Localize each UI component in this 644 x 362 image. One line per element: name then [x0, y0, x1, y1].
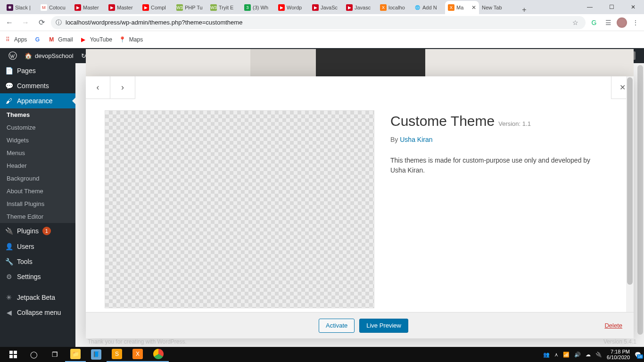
browser-tab[interactable]: ▶Master [106, 1, 140, 14]
bookmark-google[interactable]: G [33, 36, 41, 43]
theme-title: Custome ThemeVersion: 1.1 [390, 113, 606, 129]
delete-theme-link[interactable]: Delete [604, 322, 622, 329]
browser-tab[interactable]: 3(3) Wh [241, 1, 275, 14]
svg-rect-1 [9, 351, 13, 354]
browser-tab[interactable]: MCotocu [38, 1, 72, 14]
taskbar-app-explorer[interactable]: 📁 [65, 347, 86, 362]
power-icon[interactable]: 🔌 [595, 352, 602, 358]
browser-tab[interactable]: ▶Javasc [343, 1, 377, 14]
taskbar-clock[interactable]: 7:18 PM 6/10/2020 [607, 349, 630, 360]
sidebar-item-users[interactable]: 👤Users [0, 239, 75, 254]
extension-grammarly-icon[interactable]: G [588, 17, 600, 28]
collapse-menu-button[interactable]: ◀Collapse menu [0, 305, 75, 320]
bookmark-star-icon[interactable]: ☆ [570, 17, 581, 28]
browser-tab[interactable]: W3Tryit E [207, 1, 241, 14]
onedrive-icon[interactable]: ☁ [586, 352, 591, 358]
submenu-item-install-plugins[interactable]: Install Plugins [0, 197, 75, 210]
svg-rect-4 [14, 355, 17, 358]
windows-icon [9, 351, 17, 358]
profile-avatar[interactable] [617, 17, 627, 28]
site-name-menu[interactable]: 🏠devopSschool [21, 48, 77, 63]
submenu-item-background[interactable]: Background [0, 172, 75, 185]
window-minimize-button[interactable]: — [579, 0, 601, 14]
svg-rect-2 [14, 351, 17, 354]
window-maximize-button[interactable]: ☐ [601, 0, 622, 14]
sidebar-item-plugins[interactable]: 🔌Plugins 1 [0, 223, 75, 239]
browser-tab[interactable]: ▶Wordp [275, 1, 309, 14]
people-icon[interactable]: 👥 [543, 352, 550, 358]
start-button[interactable] [3, 347, 24, 362]
activate-button[interactable]: Activate [319, 319, 355, 333]
bookmark-youtube[interactable]: ▶YouTube [80, 36, 112, 43]
tab-favicon: W3 [176, 4, 183, 11]
taskbar-app-chrome[interactable] [148, 347, 169, 362]
browser-tab[interactable]: ▶Master [72, 1, 106, 14]
submenu-item-widgets[interactable]: Widgets [0, 134, 75, 147]
reading-list-icon[interactable]: ☰ [603, 17, 614, 28]
live-preview-button[interactable]: Live Preview [359, 319, 408, 333]
scrollbar-thumb[interactable] [627, 77, 633, 285]
wp-content-area: ‹ › ✕ Custome ThemeVersion: 1.1 By Usha … [75, 63, 644, 347]
volume-icon[interactable]: 🔊 [574, 352, 581, 358]
page-scrollbar[interactable] [636, 63, 644, 347]
modal-scrollbar[interactable] [626, 76, 634, 312]
bookmark-apps[interactable]: ⠿Apps [4, 36, 27, 43]
back-button[interactable]: ← [3, 16, 16, 29]
tab-title: Javasc [355, 5, 371, 10]
previous-theme-button[interactable]: ‹ [86, 76, 110, 99]
browser-tab[interactable]: ▶JavaSc [309, 1, 343, 14]
sidebar-item-jetpack[interactable]: ✳Jetpack Beta [0, 290, 75, 305]
chrome-menu-button[interactable]: ⋮ [630, 17, 641, 28]
wifi-icon[interactable]: 📶 [563, 352, 570, 358]
menu-label: Jetpack Beta [17, 294, 55, 301]
browser-tab[interactable]: Xlocalho [377, 1, 411, 14]
scrollbar-thumb[interactable] [637, 65, 643, 335]
browser-tab[interactable]: ▶Compl [140, 1, 173, 14]
submenu-item-menus[interactable]: Menus [0, 147, 75, 159]
tray-chevron-icon[interactable]: ⋏ [554, 352, 558, 358]
sidebar-item-settings[interactable]: ⚙Settings [0, 269, 75, 284]
submenu-item-header[interactable]: Header [0, 159, 75, 172]
task-view-button[interactable]: ❐ [44, 347, 65, 362]
wp-logo-menu[interactable] [5, 48, 21, 63]
action-center-button[interactable]: 💬16 [635, 352, 641, 358]
browser-tab[interactable]: W3PHP Tu [173, 1, 207, 14]
home-icon: 🏠 [25, 52, 32, 59]
footer-thankyou: Thank you for creating with WordPress. [88, 338, 187, 345]
window-controls: — ☐ ✕ [579, 0, 644, 14]
tab-favicon: X [448, 4, 454, 11]
users-icon: 👤 [5, 243, 13, 250]
taskbar-app-sublime[interactable]: S [107, 347, 127, 362]
new-tab-button[interactable]: + [518, 6, 531, 14]
browser-tab-active[interactable]: XMa✕ [445, 1, 479, 14]
browser-tab[interactable]: ✱Slack | [4, 1, 38, 14]
submenu-item-customize[interactable]: Customize [0, 121, 75, 134]
browser-tab[interactable]: New Tab [479, 1, 518, 14]
forward-button[interactable]: → [19, 16, 32, 29]
theme-author-link[interactable]: Usha Kiran [400, 136, 432, 143]
bookmark-maps[interactable]: 📍Maps [119, 36, 143, 43]
browser-tab[interactable]: 🌐Add N [411, 1, 445, 14]
address-bar[interactable]: ⓘ localhost/wordpress/wp-admin/themes.ph… [51, 16, 586, 29]
sidebar-item-comments[interactable]: 💬Comments [0, 78, 75, 93]
submenu-item-about-theme[interactable]: About Theme [0, 185, 75, 197]
bookmark-gmail[interactable]: MGmail [48, 36, 73, 43]
reload-button[interactable]: ⟳ [35, 16, 48, 29]
submenu-item-theme-editor[interactable]: Theme Editor [0, 210, 75, 223]
site-info-icon[interactable]: ⓘ [56, 18, 62, 27]
submenu-item-themes[interactable]: Themes [0, 108, 75, 121]
next-theme-button[interactable]: › [110, 76, 135, 99]
cortana-button[interactable]: ◯ [24, 347, 44, 362]
taskbar-app-notepad[interactable]: 📘 [86, 347, 107, 362]
sidebar-item-tools[interactable]: 🔧Tools [0, 254, 75, 269]
sidebar-item-pages[interactable]: 📄Pages [0, 63, 75, 78]
window-close-button[interactable]: ✕ [622, 0, 644, 14]
menu-label: Customize [7, 124, 35, 131]
tab-close-button[interactable]: ✕ [471, 4, 476, 11]
bookmarks-bar: ⠿Apps G MGmail ▶YouTube 📍Maps [0, 31, 644, 48]
bookmark-label: Apps [14, 36, 27, 43]
bookmark-label: Maps [129, 36, 143, 43]
sidebar-item-appearance[interactable]: 🖌Appearance [0, 93, 75, 108]
theme-description: This themes is made for custom-purpose u… [390, 156, 606, 175]
taskbar-app-xampp[interactable]: X [127, 347, 148, 362]
